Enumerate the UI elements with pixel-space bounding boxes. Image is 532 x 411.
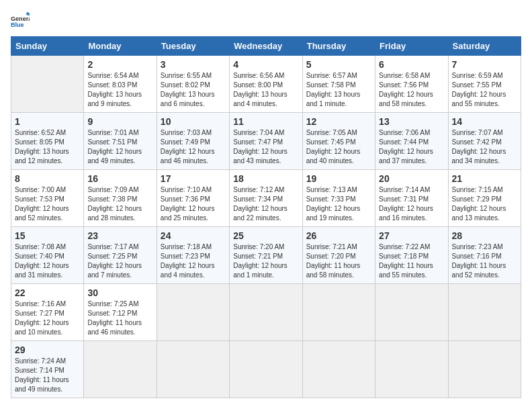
day-number: 8 <box>15 173 80 184</box>
calendar-cell: 28Sunrise: 7:23 AMSunset: 7:16 PMDayligh… <box>448 227 521 284</box>
calendar-week-1: 1Sunrise: 6:52 AMSunset: 8:05 PMDaylight… <box>11 113 521 170</box>
day-number: 23 <box>87 230 152 241</box>
day-number: 9 <box>87 116 152 127</box>
day-info: Sunrise: 7:06 AMSunset: 7:44 PMDaylight:… <box>379 128 444 166</box>
header-wednesday: Wednesday <box>230 37 302 56</box>
day-number: 25 <box>233 230 298 241</box>
calendar-cell: 20Sunrise: 7:14 AMSunset: 7:31 PMDayligh… <box>375 170 448 227</box>
calendar-cell <box>448 284 521 341</box>
day-info: Sunrise: 7:21 AMSunset: 7:20 PMDaylight:… <box>306 242 371 280</box>
day-info: Sunrise: 7:23 AMSunset: 7:16 PMDaylight:… <box>452 242 517 280</box>
calendar-week-0: 2Sunrise: 6:54 AMSunset: 8:03 PMDaylight… <box>11 56 521 113</box>
calendar-cell: 8Sunrise: 7:00 AMSunset: 7:53 PMDaylight… <box>11 170 84 227</box>
calendar-cell <box>448 341 521 398</box>
day-number: 13 <box>379 116 444 127</box>
day-number: 20 <box>379 173 444 184</box>
calendar-cell: 7Sunrise: 6:59 AMSunset: 7:55 PMDaylight… <box>448 56 521 113</box>
day-number: 19 <box>306 173 371 184</box>
day-info: Sunrise: 7:07 AMSunset: 7:42 PMDaylight:… <box>452 128 517 166</box>
calendar-cell <box>302 341 375 398</box>
page-header: General Blue <box>11 11 521 30</box>
day-info: Sunrise: 7:15 AMSunset: 7:29 PMDaylight:… <box>452 185 517 223</box>
day-number: 3 <box>161 59 226 70</box>
calendar-cell: 10Sunrise: 7:03 AMSunset: 7:49 PMDayligh… <box>157 113 229 170</box>
day-number: 27 <box>379 230 444 241</box>
day-number: 14 <box>452 116 517 127</box>
calendar-cell <box>157 341 229 398</box>
calendar-cell: 21Sunrise: 7:15 AMSunset: 7:29 PMDayligh… <box>448 170 521 227</box>
header-thursday: Thursday <box>302 37 375 56</box>
header-row: SundayMondayTuesdayWednesdayThursdayFrid… <box>11 37 521 56</box>
day-number: 11 <box>233 116 298 127</box>
day-number: 10 <box>161 116 226 127</box>
calendar-cell: 6Sunrise: 6:58 AMSunset: 7:56 PMDaylight… <box>375 56 448 113</box>
day-number: 29 <box>15 345 80 355</box>
calendar-cell: 26Sunrise: 7:21 AMSunset: 7:20 PMDayligh… <box>302 227 375 284</box>
day-info: Sunrise: 6:54 AMSunset: 8:03 PMDaylight:… <box>87 71 152 109</box>
day-number: 17 <box>161 173 226 184</box>
calendar-cell: 5Sunrise: 6:57 AMSunset: 7:58 PMDaylight… <box>302 56 375 113</box>
day-info: Sunrise: 6:59 AMSunset: 7:55 PMDaylight:… <box>452 71 517 109</box>
calendar-cell: 11Sunrise: 7:04 AMSunset: 7:47 PMDayligh… <box>230 113 302 170</box>
day-number: 21 <box>452 173 517 184</box>
day-info: Sunrise: 7:09 AMSunset: 7:38 PMDaylight:… <box>87 185 152 223</box>
calendar-cell <box>375 341 448 398</box>
day-info: Sunrise: 7:10 AMSunset: 7:36 PMDaylight:… <box>161 185 226 223</box>
day-info: Sunrise: 7:12 AMSunset: 7:34 PMDaylight:… <box>233 185 298 223</box>
calendar-cell <box>302 284 375 341</box>
calendar-cell: 13Sunrise: 7:06 AMSunset: 7:44 PMDayligh… <box>375 113 448 170</box>
calendar-cell: 15Sunrise: 7:08 AMSunset: 7:40 PMDayligh… <box>11 227 84 284</box>
calendar-cell: 1Sunrise: 6:52 AMSunset: 8:05 PMDaylight… <box>11 113 84 170</box>
day-number: 1 <box>15 116 80 127</box>
calendar-cell: 17Sunrise: 7:10 AMSunset: 7:36 PMDayligh… <box>157 170 229 227</box>
day-number: 7 <box>452 59 517 70</box>
calendar-week-3: 15Sunrise: 7:08 AMSunset: 7:40 PMDayligh… <box>11 227 521 284</box>
day-info: Sunrise: 7:01 AMSunset: 7:51 PMDaylight:… <box>87 128 152 166</box>
day-info: Sunrise: 6:57 AMSunset: 7:58 PMDaylight:… <box>306 71 371 109</box>
logo-icon: General Blue <box>11 11 30 30</box>
calendar-cell <box>157 284 229 341</box>
day-info: Sunrise: 7:22 AMSunset: 7:18 PMDaylight:… <box>379 242 444 280</box>
calendar-cell: 30Sunrise: 7:25 AMSunset: 7:12 PMDayligh… <box>84 284 157 341</box>
day-info: Sunrise: 7:05 AMSunset: 7:45 PMDaylight:… <box>306 128 371 166</box>
day-info: Sunrise: 7:08 AMSunset: 7:40 PMDaylight:… <box>15 242 80 280</box>
day-number: 2 <box>87 59 152 70</box>
calendar-week-2: 8Sunrise: 7:00 AMSunset: 7:53 PMDaylight… <box>11 170 521 227</box>
calendar-cell <box>230 284 302 341</box>
svg-text:Blue: Blue <box>11 21 24 28</box>
calendar-cell: 27Sunrise: 7:22 AMSunset: 7:18 PMDayligh… <box>375 227 448 284</box>
day-number: 18 <box>233 173 298 184</box>
day-info: Sunrise: 7:14 AMSunset: 7:31 PMDaylight:… <box>379 185 444 223</box>
day-info: Sunrise: 6:55 AMSunset: 8:02 PMDaylight:… <box>161 71 226 109</box>
day-number: 6 <box>379 59 444 70</box>
calendar-cell: 25Sunrise: 7:20 AMSunset: 7:21 PMDayligh… <box>230 227 302 284</box>
day-info: Sunrise: 7:00 AMSunset: 7:53 PMDaylight:… <box>15 185 80 223</box>
calendar-cell <box>84 341 157 398</box>
day-number: 30 <box>87 287 152 298</box>
day-info: Sunrise: 6:58 AMSunset: 7:56 PMDaylight:… <box>379 71 444 109</box>
calendar-cell: 3Sunrise: 6:55 AMSunset: 8:02 PMDaylight… <box>157 56 229 113</box>
day-number: 4 <box>233 59 298 70</box>
day-info: Sunrise: 7:17 AMSunset: 7:25 PMDaylight:… <box>87 242 152 280</box>
calendar-cell <box>11 56 84 113</box>
day-info: Sunrise: 6:56 AMSunset: 8:00 PMDaylight:… <box>233 71 298 109</box>
header-saturday: Saturday <box>448 37 521 56</box>
day-info: Sunrise: 7:16 AMSunset: 7:27 PMDaylight:… <box>15 300 80 337</box>
day-info: Sunrise: 7:18 AMSunset: 7:23 PMDaylight:… <box>161 242 226 280</box>
calendar-table: SundayMondayTuesdayWednesdayThursdayFrid… <box>11 36 521 398</box>
calendar-cell <box>375 284 448 341</box>
header-tuesday: Tuesday <box>157 37 229 56</box>
calendar-cell: 22Sunrise: 7:16 AMSunset: 7:27 PMDayligh… <box>11 284 84 341</box>
calendar-cell: 24Sunrise: 7:18 AMSunset: 7:23 PMDayligh… <box>157 227 229 284</box>
calendar-cell: 9Sunrise: 7:01 AMSunset: 7:51 PMDaylight… <box>84 113 157 170</box>
calendar-cell: 14Sunrise: 7:07 AMSunset: 7:42 PMDayligh… <box>448 113 521 170</box>
day-info: Sunrise: 7:25 AMSunset: 7:12 PMDaylight:… <box>87 300 152 337</box>
header-sunday: Sunday <box>11 37 84 56</box>
calendar-week-5: 29Sunrise: 7:24 AMSunset: 7:14 PMDayligh… <box>11 341 521 398</box>
calendar-week-4: 22Sunrise: 7:16 AMSunset: 7:27 PMDayligh… <box>11 284 521 341</box>
day-number: 16 <box>87 173 152 184</box>
day-number: 28 <box>452 230 517 241</box>
day-info: Sunrise: 7:20 AMSunset: 7:21 PMDaylight:… <box>233 242 298 280</box>
calendar-cell: 4Sunrise: 6:56 AMSunset: 8:00 PMDaylight… <box>230 56 302 113</box>
day-number: 22 <box>15 287 80 298</box>
